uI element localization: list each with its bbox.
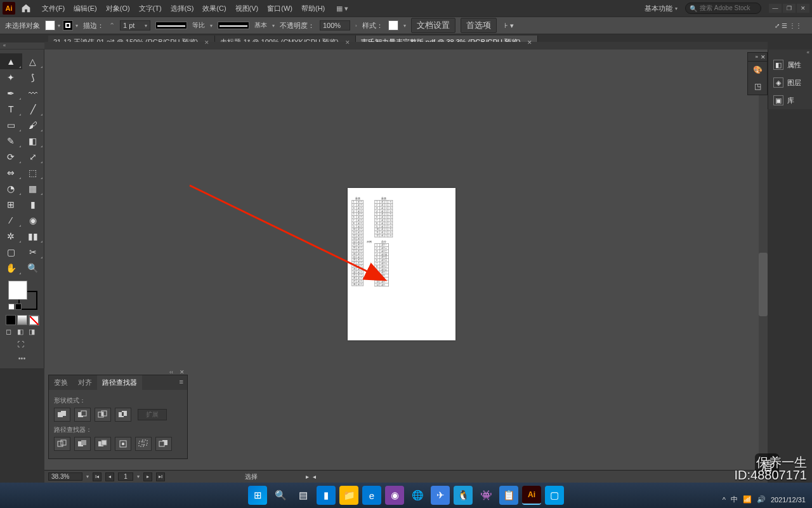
close-icon[interactable]: ✕ xyxy=(345,39,350,46)
panel-properties[interactable]: ◧属性 xyxy=(768,56,812,74)
perspective-tool[interactable]: ▦ xyxy=(22,180,44,196)
graphic-style-swatch[interactable] xyxy=(388,20,398,30)
draw-behind[interactable]: ◧ xyxy=(17,328,27,338)
swatches-panel-icon[interactable]: ◳ xyxy=(752,81,763,92)
panel-libraries[interactable]: ▣库 xyxy=(768,91,812,109)
preferences-button[interactable]: 首选项 xyxy=(461,18,497,33)
window-minimize[interactable]: — xyxy=(769,4,782,13)
close-icon[interactable]: ✕ xyxy=(527,39,532,46)
panel-close-icon[interactable]: ✕ xyxy=(180,369,185,375)
brush-def[interactable] xyxy=(218,22,249,29)
screen-mode[interactable]: ⛶ xyxy=(17,340,27,351)
color-mode[interactable] xyxy=(6,315,16,325)
gradient-tool[interactable]: ▮ xyxy=(22,196,44,212)
none-mode[interactable] xyxy=(29,315,39,325)
workspace-switcher[interactable]: 基本功能▾ xyxy=(641,3,681,15)
blend-tool[interactable]: ◉ xyxy=(22,212,44,228)
mesh-tool[interactable]: ⊞ xyxy=(0,196,22,212)
tray-volume-icon[interactable]: 🔊 xyxy=(757,495,766,504)
eraser-tool[interactable]: ◧ xyxy=(22,133,44,149)
home-icon[interactable] xyxy=(20,3,32,14)
direct-selection-tool[interactable]: △ xyxy=(22,53,44,69)
menu-file[interactable]: 文件(F) xyxy=(38,2,69,15)
zoom-input[interactable]: 38.3% xyxy=(48,472,82,481)
task-search[interactable]: 🔍 xyxy=(271,486,290,505)
color-panel-icon[interactable]: 🎨 xyxy=(752,64,763,76)
shape-builder-tool[interactable]: ◔ xyxy=(0,180,22,196)
shaper-tool[interactable]: ✎ xyxy=(0,133,22,149)
artboard-number[interactable]: 1 xyxy=(118,472,133,481)
stroke-weight-input[interactable]: 1 pt▾ xyxy=(120,20,150,30)
align-icon[interactable]: ⊦ ▾ xyxy=(504,22,514,30)
toolbox-collapse[interactable]: « xyxy=(0,43,9,49)
panel-layers[interactable]: ◈图层 xyxy=(768,74,812,91)
tab-transform[interactable]: 变换 xyxy=(49,375,73,390)
tray-expand-icon[interactable]: ^ xyxy=(723,496,726,504)
arrange-icon[interactable]: ▦ ▾ xyxy=(336,4,348,13)
tab-align[interactable]: 对齐 xyxy=(73,375,97,390)
artboard-tool[interactable]: ▢ xyxy=(0,244,22,260)
transform-icons[interactable]: ⤢ ☰ ⋮⋮ xyxy=(775,22,807,29)
paintbrush-tool[interactable]: 🖌 xyxy=(22,117,44,133)
trim-button[interactable] xyxy=(74,437,91,451)
task-app5[interactable]: ▢ xyxy=(545,486,564,505)
window-restore[interactable]: ❐ xyxy=(783,4,796,13)
start-button[interactable]: ⊞ xyxy=(248,486,267,505)
tray-date[interactable]: 2021/12/31 xyxy=(771,496,806,504)
last-artboard[interactable]: ▸I xyxy=(156,472,165,481)
scroll-marker[interactable]: ◂ xyxy=(313,473,316,480)
menu-view[interactable]: 视图(V) xyxy=(232,2,263,15)
menu-window[interactable]: 窗口(W) xyxy=(263,2,296,15)
menu-object[interactable]: 对象(O) xyxy=(102,2,134,15)
panel-menu-icon[interactable]: ≡ xyxy=(176,375,187,390)
draw-inside[interactable]: ◨ xyxy=(29,328,39,338)
menu-select[interactable]: 选择(S) xyxy=(167,2,198,15)
minus-front-button[interactable] xyxy=(74,408,91,422)
task-edge[interactable]: e xyxy=(362,486,381,505)
crop-button[interactable] xyxy=(115,437,131,451)
first-artboard[interactable]: I◂ xyxy=(93,472,102,481)
eyedropper-tool[interactable]: ⁄ xyxy=(0,212,22,228)
line-tool[interactable]: ╱ xyxy=(22,101,44,117)
window-close[interactable]: ✕ xyxy=(797,4,809,13)
tab-pathfinder[interactable]: 路径查找器 xyxy=(97,375,142,390)
next-artboard[interactable]: ▸ xyxy=(143,472,152,481)
menu-help[interactable]: 帮助(H) xyxy=(298,2,329,15)
task-app4[interactable]: 📋 xyxy=(499,486,518,505)
task-qq[interactable]: 🐧 xyxy=(454,486,473,505)
width-profile[interactable] xyxy=(155,22,187,29)
fill-swatch[interactable] xyxy=(45,20,55,30)
magic-wand-tool[interactable]: ✦ xyxy=(0,69,22,85)
vertical-scrollbar[interactable] xyxy=(759,56,768,470)
task-widgets[interactable]: ▮ xyxy=(317,486,336,505)
zoom-tool[interactable]: 🔍 xyxy=(22,260,44,276)
tray-wifi-icon[interactable]: 📶 xyxy=(743,495,752,504)
menu-edit[interactable]: 编辑(E) xyxy=(70,2,101,15)
system-tray[interactable]: ^ 中 📶 🔊 2021/12/31 xyxy=(723,495,806,504)
width-tool[interactable]: ⇔ xyxy=(0,164,22,180)
task-illustrator[interactable]: Ai xyxy=(522,486,541,505)
unite-button[interactable] xyxy=(54,408,70,422)
tray-ime[interactable]: 中 xyxy=(731,495,738,504)
graph-tool[interactable]: ▮▮ xyxy=(22,228,44,244)
scale-tool[interactable]: ⤢ xyxy=(22,149,44,164)
task-chrome[interactable]: 🌐 xyxy=(408,486,427,505)
float-panel-close[interactable]: »✕ xyxy=(747,52,768,61)
task-app3[interactable]: 👾 xyxy=(476,486,495,505)
search-stock[interactable]: 🔍 搜索 Adobe Stock xyxy=(685,3,761,14)
scroll-left[interactable]: ▸ xyxy=(306,473,309,480)
minus-back-button[interactable] xyxy=(155,437,172,451)
task-explorer[interactable]: 📁 xyxy=(339,486,358,505)
stroke-swatch[interactable] xyxy=(63,20,73,30)
fill-stroke-swatches[interactable] xyxy=(7,279,37,310)
intersect-button[interactable] xyxy=(95,408,111,422)
rotate-tool[interactable]: ⟳ xyxy=(0,149,22,164)
type-tool[interactable]: T xyxy=(0,101,22,117)
draw-normal[interactable]: ◻ xyxy=(6,328,16,338)
menu-effect[interactable]: 效果(C) xyxy=(199,2,230,15)
close-icon[interactable]: ✕ xyxy=(204,39,209,46)
lasso-tool[interactable]: ⟆ xyxy=(22,69,44,85)
task-app2[interactable]: ✈ xyxy=(431,486,450,505)
document-setup-button[interactable]: 文档设置 xyxy=(411,18,455,33)
outline-button[interactable] xyxy=(135,437,152,451)
